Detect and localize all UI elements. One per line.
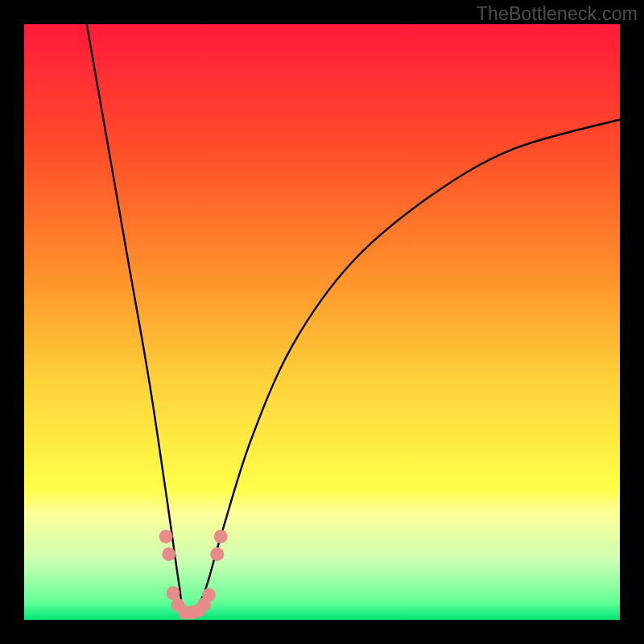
- marker-dot: [202, 588, 216, 601]
- plot-area: [24, 24, 620, 620]
- curve-markers: [159, 530, 228, 620]
- curve-layer: [24, 24, 620, 620]
- marker-dot: [167, 586, 180, 600]
- chart-frame: TheBottleneck.com: [0, 0, 644, 644]
- marker-dot: [214, 530, 228, 543]
- marker-dot: [162, 547, 175, 561]
- marker-dot: [210, 547, 224, 561]
- bottleneck-curve: [87, 24, 620, 614]
- marker-dot: [159, 530, 173, 543]
- watermark-text: TheBottleneck.com: [477, 3, 638, 25]
